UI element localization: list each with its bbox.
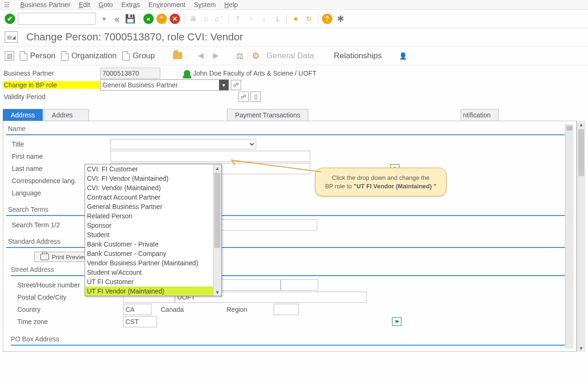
last-page-icon[interactable]: ⤓	[272, 14, 282, 24]
command-field[interactable]	[18, 13, 96, 25]
nav-right-icon[interactable]: ►	[211, 50, 220, 61]
bp-role-option[interactable]: CVI: FI Customer	[85, 164, 221, 174]
validity-lookup-icon[interactable]: ☍	[238, 92, 249, 102]
bp-role-option[interactable]: CVI: Vendor (Maintained)	[85, 183, 221, 193]
locator-icon[interactable]: ▥	[5, 51, 14, 61]
cancel-icon[interactable]: ✕	[170, 14, 180, 24]
bp-role-option[interactable]: Related Person	[85, 211, 221, 221]
callout-bold: "UT FI Vendor (Maintained) "	[353, 183, 436, 190]
scroll-up-icon[interactable]: ▲	[577, 121, 585, 128]
find-icon[interactable]: ⌕	[201, 14, 212, 24]
bp-role-options-list[interactable]: ▲ ▼ CVI: FI CustomerCVI: FI Vendor (Main…	[85, 164, 222, 296]
create-organization-button[interactable]: Organization	[61, 51, 117, 61]
refresh-rel-icon[interactable]: 👤	[398, 51, 408, 61]
back-icon[interactable]: «	[143, 14, 154, 24]
tab-payment-transactions[interactable]: Payment Transactions	[227, 109, 308, 121]
tz-label: Time zone	[6, 318, 123, 325]
country-name-display: Canada	[161, 306, 227, 313]
timezone-field[interactable]	[123, 316, 157, 327]
first-name-field[interactable]	[110, 151, 310, 162]
bp-role-option[interactable]: Student w/Account	[85, 268, 221, 277]
relationships-button[interactable]: Relationships	[334, 51, 382, 61]
first-page-icon[interactable]: ⤒	[233, 14, 243, 24]
region-field[interactable]	[274, 304, 299, 315]
exit-icon[interactable]: ⌃	[157, 14, 167, 24]
doc-icon	[20, 51, 27, 61]
menu-environment[interactable]: Environment	[149, 1, 186, 8]
validity-delete-icon[interactable]: ▯	[251, 92, 261, 102]
bp-role-option[interactable]: General Business Partner	[85, 202, 221, 211]
bp-role-option[interactable]: CVI: FI Vendor (Maintained)	[85, 174, 221, 183]
enter-icon[interactable]: ✔	[5, 14, 15, 24]
menu-bar: ☰ Business Partner Edit Goto Extras Envi…	[0, 0, 588, 10]
menu-system[interactable]: System	[194, 1, 216, 8]
open-folder-icon[interactable]	[173, 52, 182, 59]
bp-number-field[interactable]	[100, 68, 160, 79]
bp-role-option[interactable]: Bank Customer - Private	[85, 239, 221, 249]
general-data-button[interactable]: General Data	[267, 51, 314, 61]
country-code-field[interactable]	[123, 304, 151, 315]
dropdown-cmd-icon[interactable]: ▾	[99, 14, 109, 24]
bp-role-option[interactable]: UT FI Vendor (Maintained)	[85, 286, 221, 296]
check-icon[interactable]: ⚖	[235, 51, 245, 61]
doc-icon	[61, 51, 69, 61]
menu-extras[interactable]: Extras	[121, 1, 140, 8]
page-scrollbar[interactable]: ▲ ▼	[577, 121, 585, 352]
menu-goto[interactable]: Goto	[99, 1, 113, 8]
bp-role-dropdown[interactable]: General Business Partner ▼	[100, 79, 229, 91]
title-bar: ▤◢ Change Person: 7000513870, role CVI: …	[0, 28, 588, 46]
new-session-icon[interactable]: ★	[290, 14, 301, 24]
help-icon[interactable]: ?	[322, 14, 332, 24]
country-label: Country	[6, 306, 123, 313]
scroll-down-icon[interactable]: ▼	[577, 344, 585, 352]
doc-icon	[122, 51, 130, 61]
back-double-icon[interactable]: «	[112, 14, 122, 24]
bp-role-option[interactable]: Contract Account Partner	[85, 193, 221, 202]
bp-role-option[interactable]: UT FI Customer	[85, 277, 221, 286]
print-icon[interactable]: 🖶	[188, 14, 198, 24]
create-group-button[interactable]: Group	[122, 51, 155, 61]
bp-role-lookup-icon[interactable]: ☍	[231, 80, 241, 90]
panel-scrollbar[interactable]	[565, 124, 573, 348]
menu-edit[interactable]: Edit	[79, 1, 90, 8]
nav-left-icon[interactable]: ◄	[196, 50, 206, 61]
bp-role-selected: General Business Partner	[102, 81, 178, 89]
find-next-icon[interactable]: ⌕⁺	[214, 14, 225, 24]
bp-role-option[interactable]: Sponsor	[85, 221, 221, 230]
next-page-icon[interactable]: ↓	[259, 14, 269, 24]
house-number-field[interactable]	[281, 279, 318, 291]
chevron-down-icon[interactable]: ▼	[219, 80, 228, 90]
bp-role-option[interactable]: Bank Customer - Company	[85, 249, 221, 258]
dropdown-scrollbar[interactable]: ▲ ▼	[213, 164, 221, 296]
app-menu-icon[interactable]: ☰	[4, 1, 10, 8]
callout-line1: Click the drop down and change the	[332, 174, 429, 181]
region-label: Region	[227, 306, 274, 313]
create-person-button[interactable]: Person	[20, 51, 55, 61]
save-icon[interactable]: 💾	[125, 14, 135, 24]
page-title: Change Person: 7000513870, role CVI: Ven…	[26, 31, 243, 43]
shortcut-icon[interactable]: ↻	[304, 14, 314, 24]
tab-identification[interactable]: ntification	[461, 109, 499, 121]
tab-address[interactable]: Address	[3, 109, 43, 121]
more-addr-fields-icon[interactable]: ⚑	[392, 317, 401, 326]
prev-page-icon[interactable]: ↑	[246, 14, 256, 24]
customize-icon[interactable]: ✱	[335, 14, 345, 24]
form-area: Business Partner John Doe Faculty of Art…	[0, 65, 588, 354]
bp-role-label: Change in BP role	[3, 81, 100, 89]
switch-icon[interactable]: ⚙	[251, 51, 261, 61]
bp-role-option[interactable]: Vendor Business Partner (Maintained)	[85, 258, 221, 268]
bp-role-option[interactable]: Student	[85, 230, 221, 239]
help-callout: Click the drop down and change the BP ro…	[315, 168, 447, 196]
pobox-heading: PO Box Address	[6, 334, 565, 344]
tab-address-overview[interactable]: Addres	[44, 109, 89, 121]
menu-business-partner[interactable]: Business Partner	[20, 1, 71, 8]
menu-help[interactable]: Help	[224, 1, 238, 8]
object-bar: ▥ Person Organization Group ◄ ► ⚖ ⚙ Gene…	[0, 46, 588, 65]
scroll-up-icon[interactable]: ▲	[213, 164, 221, 172]
title-select[interactable]	[110, 139, 256, 149]
object-icon[interactable]: ▤◢	[5, 31, 18, 43]
search-term2-field[interactable]	[216, 219, 317, 231]
callout-line2: BP role to	[325, 183, 353, 190]
title-label: Title	[6, 140, 110, 148]
scroll-down-icon[interactable]: ▼	[213, 288, 221, 296]
